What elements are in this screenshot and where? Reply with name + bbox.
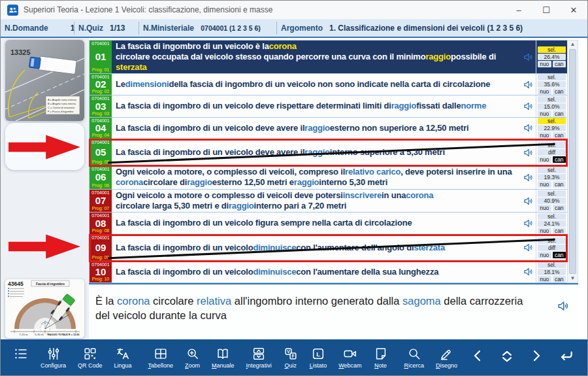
toolbar-item-ricerca[interactable]: Ricerca <box>404 346 424 369</box>
can-flag: can <box>553 205 566 211</box>
toolbar-item-label: Tabellone <box>148 362 174 369</box>
question-text: La fascia di ingombro di un veicolo deve… <box>112 95 520 116</box>
question-number: 03 <box>95 101 106 111</box>
maximize-button[interactable]: ☐ <box>532 1 560 19</box>
scroll-down-icon[interactable]: ▼ <box>570 275 576 282</box>
question-row[interactable]: 070400106Prog: 06Ogni veicolo a motore, … <box>90 166 567 190</box>
text-segment: La fascia di ingombro di un veicolo figu… <box>116 218 412 228</box>
sel-value: 22.9% <box>538 125 566 131</box>
audio-speaker-icon[interactable] <box>520 235 536 261</box>
toolbar-item-zoom[interactable]: Zoom <box>185 346 200 369</box>
can-flag: can <box>553 252 566 258</box>
sliders-icon <box>46 346 61 362</box>
toolbar-item-manuale[interactable]: Manuale <box>212 346 235 369</box>
chevron-right-button[interactable] <box>529 348 544 366</box>
toolbar-item-qr-code[interactable]: QR Code <box>78 346 103 369</box>
sel-value: 35.6% <box>538 81 566 88</box>
chevron-updown-icon <box>498 348 515 367</box>
audio-speaker-icon[interactable] <box>520 118 536 139</box>
stats-cell: sel.22.9%nuocan <box>536 118 567 139</box>
toolbar-item-configura[interactable]: Configura <box>41 346 66 369</box>
progress-label: Prog: 02 <box>92 89 109 94</box>
text-segment: circolare di <box>143 177 187 188</box>
question-text: La fascia di ingombro di un veicolo dimi… <box>112 235 520 261</box>
toolbar-item-quiz[interactable]: VFQuiz <box>284 346 298 369</box>
question-list: 070400101Prog: 01La fascia di ingombro d… <box>90 40 567 283</box>
audio-speaker-icon[interactable] <box>557 300 569 312</box>
turning-radius-image[interactable]: A = Angolo ruota esterna B = Angolo ruot… <box>5 40 84 121</box>
toolbar-item-label: Disegno <box>436 362 457 369</box>
qr-code-icon <box>83 346 97 362</box>
audio-speaker-icon[interactable] <box>520 262 536 282</box>
sel-value: 40.9% <box>538 197 566 204</box>
question-row[interactable]: 070400110Prog: 10La fascia di ingombro d… <box>90 262 567 283</box>
n-quiz-value: 1/13 <box>110 24 125 33</box>
sel-value: 15.0% <box>538 103 566 110</box>
question-number-badge: 070400105Prog: 05 <box>90 139 112 165</box>
toolbar-item-label: Configura <box>41 362 66 369</box>
nuo-flag: nuo <box>538 156 551 163</box>
audio-speaker-icon[interactable] <box>520 166 536 189</box>
audio-speaker-icon[interactable] <box>520 213 536 233</box>
audio-speaker-icon[interactable] <box>520 95 536 116</box>
toolbar-item-integrativi[interactable]: Integrativi <box>246 346 272 369</box>
fascia-ingombro-image[interactable]: 7,20 m 5,30 m RAGGIO TOTALE R = 12,50 Fa… <box>5 279 84 338</box>
svg-text:F: F <box>291 354 294 358</box>
audio-speaker-icon[interactable] <box>520 139 536 165</box>
scroll-up-icon[interactable]: ▲ <box>570 41 576 48</box>
question-row[interactable]: 070400108Prog: 08La fascia di ingombro d… <box>90 213 567 234</box>
toolbar-item-label: Quiz <box>284 362 297 369</box>
bottom-toolbar: ConfiguraQR CodeLingua TabelloneZoomManu… <box>1 339 587 375</box>
main-panel: 070400101Prog: 01La fascia di ingombro d… <box>89 38 587 339</box>
toolbar-item-lingua[interactable]: Lingua <box>114 346 132 369</box>
text-segment: della fascia di ingombro di un veicolo n… <box>169 79 490 90</box>
answer-text: È la corona circolare relativa all'ingom… <box>95 294 539 323</box>
scrollbar[interactable]: ▲ ▼ <box>567 40 578 283</box>
question-row[interactable]: 070400101Prog: 01La fascia di ingombro d… <box>90 41 567 74</box>
keyword-highlight: raggio <box>229 201 254 211</box>
keyword-highlight: relativo carico <box>345 167 400 177</box>
toolbar-item-webcam[interactable]: Webcam <box>338 346 361 369</box>
toolbar-item-label: Listato <box>310 362 327 369</box>
toolbar-item-note[interactable]: Note <box>374 346 388 369</box>
can-flag: can <box>553 132 566 139</box>
table-icon <box>154 346 168 362</box>
keyword-highlight: dimensioni <box>125 79 169 90</box>
audio-speaker-icon[interactable] <box>520 190 536 213</box>
n-domande-label: N.Domande <box>5 24 48 33</box>
question-row[interactable]: 070400103Prog: 03La fascia di ingombro d… <box>90 95 567 117</box>
question-list-wrap: 070400101Prog: 01La fascia di ingombro d… <box>89 40 578 283</box>
toolbar-item-listato[interactable]: LListato <box>310 346 327 369</box>
nuo-flag: nuo <box>538 61 551 67</box>
question-row[interactable]: 070400109Prog: 09La fascia di ingombro d… <box>90 235 567 262</box>
toolbar-item-label: Note <box>374 362 387 369</box>
image-number: 43645 <box>8 281 24 287</box>
text-segment: con l'aumentare della sua lunghezza <box>296 267 438 277</box>
progress-label: Prog: 03 <box>92 111 109 116</box>
toolbar-item-label: Manuale <box>212 362 235 369</box>
toolbar-item-tabellone[interactable]: Tabellone <box>148 346 174 369</box>
chevron-updown-button[interactable] <box>498 348 515 367</box>
return-button[interactable] <box>557 348 574 367</box>
question-text: Ogni veicolo a motore o complesso di vei… <box>112 190 520 213</box>
minimize-button[interactable]: – <box>505 1 532 19</box>
menu-button[interactable] <box>13 346 29 362</box>
language-icon <box>116 346 130 362</box>
nuo-flag: nuo <box>538 252 551 258</box>
question-row[interactable]: 070400105Prog: 05La fascia di ingombro d… <box>90 139 567 166</box>
progress-label: Prog: 06 <box>92 183 109 188</box>
text-segment: interno pari a 7,20 metri <box>254 201 347 211</box>
chevron-left-button[interactable] <box>470 348 485 366</box>
question-row[interactable]: 070400102Prog: 02Le dimensioni della fas… <box>90 74 567 95</box>
scroll-thumb[interactable] <box>569 49 576 274</box>
question-row[interactable]: 070400107Prog: 07Ogni veicolo a motore o… <box>90 190 567 213</box>
sel-value: 26.4% <box>538 54 566 60</box>
close-button[interactable]: ✕ <box>560 1 587 19</box>
text-segment: La fascia di ingombro di un veicolo <box>116 267 253 277</box>
legend-line: B = Angolo ruota interna <box>48 102 76 105</box>
audio-speaker-icon[interactable] <box>520 74 536 95</box>
toolbar-item-disegno[interactable]: Disegno <box>436 346 457 369</box>
question-row[interactable]: 070400104Prog: 04La fascia di ingombro d… <box>90 118 567 139</box>
body: A = Angolo ruota esterna B = Angolo ruot… <box>1 38 587 339</box>
audio-speaker-icon[interactable] <box>520 41 536 73</box>
